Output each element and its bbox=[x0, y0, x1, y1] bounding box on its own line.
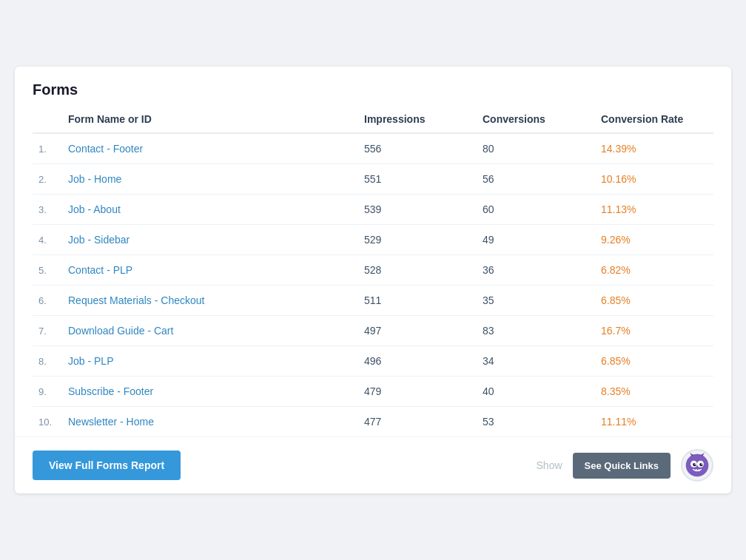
rate-val: 6.85% bbox=[595, 346, 713, 377]
impressions-val: 528 bbox=[358, 255, 477, 286]
monster-avatar[interactable] bbox=[681, 449, 713, 482]
table-row: 5. Contact - PLP 528 36 6.82% bbox=[33, 255, 713, 286]
conversions-val: 60 bbox=[477, 195, 595, 225]
form-name: Job - About bbox=[62, 195, 358, 225]
row-num: 5. bbox=[33, 255, 62, 286]
svg-rect-9 bbox=[695, 469, 697, 471]
widget-title: Forms bbox=[33, 81, 713, 98]
rate-val: 10.16% bbox=[595, 164, 713, 195]
table-header-row: Form Name or ID Impressions Conversions … bbox=[33, 106, 713, 133]
rate-val: 14.39% bbox=[595, 133, 713, 164]
row-num: 8. bbox=[33, 346, 62, 377]
see-quick-links-button[interactable]: See Quick Links bbox=[573, 453, 671, 479]
footer-right: Show See Quick Links bbox=[537, 449, 713, 482]
conversions-val: 56 bbox=[477, 164, 595, 195]
col-header-num bbox=[33, 106, 62, 133]
row-num: 9. bbox=[33, 377, 62, 407]
impressions-val: 556 bbox=[358, 133, 477, 164]
conversions-val: 36 bbox=[477, 255, 595, 286]
form-name: Job - Sidebar bbox=[62, 225, 358, 255]
impressions-val: 496 bbox=[358, 346, 477, 377]
impressions-val: 539 bbox=[358, 195, 477, 225]
impressions-val: 529 bbox=[358, 225, 477, 255]
impressions-val: 511 bbox=[358, 286, 477, 316]
monster-icon bbox=[684, 452, 710, 479]
conversions-val: 83 bbox=[477, 316, 595, 346]
table-wrapper: Form Name or ID Impressions Conversions … bbox=[15, 106, 731, 436]
rate-val: 6.82% bbox=[595, 255, 713, 286]
view-full-forms-report-button[interactable]: View Full Forms Report bbox=[33, 451, 181, 480]
svg-point-0 bbox=[686, 454, 709, 477]
form-name: Contact - PLP bbox=[62, 255, 358, 286]
impressions-val: 497 bbox=[358, 316, 477, 346]
conversions-val: 35 bbox=[477, 286, 595, 316]
svg-point-7 bbox=[694, 463, 696, 465]
impressions-val: 551 bbox=[358, 164, 477, 195]
form-name: Contact - Footer bbox=[62, 133, 358, 164]
conversions-val: 49 bbox=[477, 225, 595, 255]
col-header-rate: Conversion Rate bbox=[595, 106, 713, 133]
widget-footer: View Full Forms Report Show See Quick Li… bbox=[15, 436, 731, 493]
row-num: 6. bbox=[33, 286, 62, 316]
table-row: 2. Job - Home 551 56 10.16% bbox=[33, 164, 713, 195]
svg-rect-10 bbox=[698, 469, 700, 471]
conversions-val: 40 bbox=[477, 377, 595, 407]
impressions-val: 477 bbox=[358, 407, 477, 437]
row-num: 2. bbox=[33, 164, 62, 195]
svg-point-6 bbox=[699, 463, 703, 467]
table-row: 7. Download Guide - Cart 497 83 16.7% bbox=[33, 316, 713, 346]
row-num: 3. bbox=[33, 195, 62, 225]
conversions-val: 80 bbox=[477, 133, 595, 164]
col-header-impressions: Impressions bbox=[358, 106, 477, 133]
rate-val: 11.13% bbox=[595, 195, 713, 225]
table-row: 10. Newsletter - Home 477 53 11.11% bbox=[33, 407, 713, 437]
row-num: 10. bbox=[33, 407, 62, 437]
rate-val: 6.85% bbox=[595, 286, 713, 316]
form-name: Request Materials - Checkout bbox=[62, 286, 358, 316]
row-num: 4. bbox=[33, 225, 62, 255]
row-num: 1. bbox=[33, 133, 62, 164]
form-name: Job - PLP bbox=[62, 346, 358, 377]
form-name: Download Guide - Cart bbox=[62, 316, 358, 346]
rate-val: 9.26% bbox=[595, 225, 713, 255]
widget-header: Forms bbox=[15, 67, 731, 106]
show-label: Show bbox=[537, 459, 562, 471]
svg-point-8 bbox=[701, 463, 702, 465]
conversions-val: 53 bbox=[477, 407, 595, 437]
col-header-form-name: Form Name or ID bbox=[62, 106, 358, 133]
table-body: 1. Contact - Footer 556 80 14.39% 2. Job… bbox=[33, 133, 713, 436]
conversions-val: 34 bbox=[477, 346, 595, 377]
forms-table: Form Name or ID Impressions Conversions … bbox=[33, 106, 713, 436]
table-row: 4. Job - Sidebar 529 49 9.26% bbox=[33, 225, 713, 255]
svg-marker-1 bbox=[690, 453, 693, 456]
svg-marker-2 bbox=[701, 453, 705, 456]
table-row: 1. Contact - Footer 556 80 14.39% bbox=[33, 133, 713, 164]
svg-point-5 bbox=[693, 463, 696, 467]
col-header-conversions: Conversions bbox=[477, 106, 595, 133]
table-row: 9. Subscribe - Footer 479 40 8.35% bbox=[33, 377, 713, 407]
table-row: 3. Job - About 539 60 11.13% bbox=[33, 195, 713, 225]
rate-val: 11.11% bbox=[595, 407, 713, 437]
impressions-val: 479 bbox=[358, 377, 477, 407]
table-row: 8. Job - PLP 496 34 6.85% bbox=[33, 346, 713, 377]
rate-val: 8.35% bbox=[595, 377, 713, 407]
form-name: Job - Home bbox=[62, 164, 358, 195]
form-name: Subscribe - Footer bbox=[62, 377, 358, 407]
rate-val: 16.7% bbox=[595, 316, 713, 346]
forms-widget: Forms Form Name or ID Impressions Conver… bbox=[15, 67, 731, 493]
form-name: Newsletter - Home bbox=[62, 407, 358, 437]
row-num: 7. bbox=[33, 316, 62, 346]
table-row: 6. Request Materials - Checkout 511 35 6… bbox=[33, 286, 713, 316]
